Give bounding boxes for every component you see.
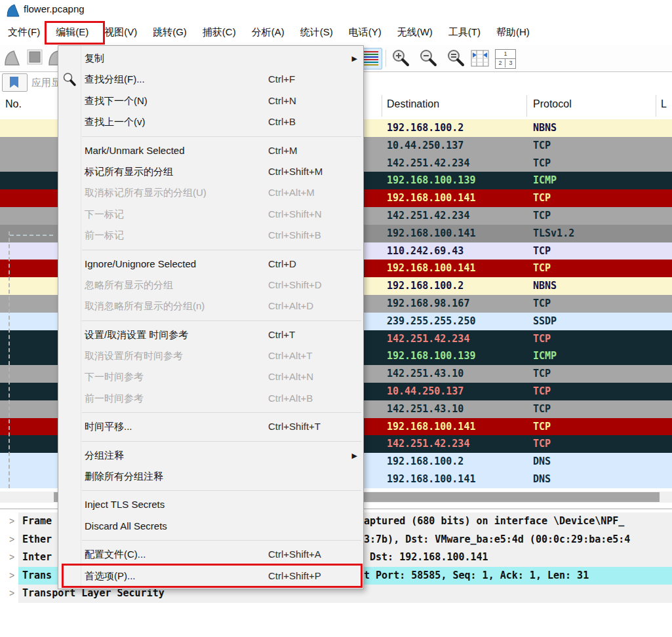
menu-separator: [82, 540, 361, 541]
edit-menu-item[interactable]: 首选项(P)...Ctrl+Shift+P: [58, 566, 363, 587]
zoom-out-icon[interactable]: [418, 48, 438, 68]
menu-bar: 文件(F)编辑(E)视图(V)跳转(G)捕获(C)分析(A)统计(S)电话(Y)…: [0, 20, 672, 45]
menu-item-label: 查找下一个(N): [85, 90, 148, 111]
protocol-cell: TCP: [533, 435, 551, 453]
menubar-item-分析[interactable]: 分析(A): [244, 20, 292, 45]
conversation-line: [9, 231, 10, 488]
expand-chevron-icon[interactable]: >: [9, 549, 14, 567]
filter-bookmark-button[interactable]: [2, 73, 28, 92]
edit-menu-item[interactable]: 前一时间参考Ctrl+Alt+B: [58, 388, 363, 409]
destination-cell: 192.168.100.141: [387, 189, 475, 207]
destination-cell: 192.168.98.167: [387, 295, 469, 313]
menu-item-label: Ignore/Unignore Selected: [85, 254, 196, 275]
menu-item-shortcut: Ctrl+Shift+T: [268, 416, 321, 437]
edit-menu-item[interactable]: 取消设置所有时间参考Ctrl+Alt+T: [58, 345, 363, 366]
protocol-cell: TCP: [533, 418, 551, 436]
protocol-cell: TCP: [533, 260, 551, 277]
edit-menu-item[interactable]: 下一时间参考Ctrl+Alt+N: [58, 366, 363, 387]
menubar-item-工具[interactable]: 工具(T): [441, 20, 488, 45]
find-packet-icon: [62, 72, 77, 87]
edit-menu-item[interactable]: 设置/取消设置 时间参考Ctrl+T: [58, 324, 363, 345]
edit-menu-item[interactable]: Mark/Unmark SelectedCtrl+M: [58, 140, 363, 161]
edit-menu-item[interactable]: 标记所有显示的分组Ctrl+Shift+M: [58, 161, 363, 182]
title-bar: flower.pcapng: [0, 0, 672, 20]
menu-item-shortcut: Ctrl+Shift+A: [268, 544, 321, 565]
menubar-item-跳转[interactable]: 跳转(G): [145, 20, 195, 45]
edit-menu-item[interactable]: 前一标记Ctrl+Shift+B: [58, 225, 363, 246]
edit-menu-item[interactable]: 取消标记所有显示的分组(U)Ctrl+Alt+M: [58, 182, 363, 203]
edit-menu-item[interactable]: 删除所有分组注释: [58, 466, 363, 487]
destination-cell: 142.251.42.234: [387, 207, 469, 225]
edit-menu-item[interactable]: 查找上一个(v)Ctrl+B: [58, 111, 363, 132]
protocol-cell: TLSv1.2: [533, 225, 574, 242]
destination-cell: 142.251.42.234: [387, 330, 469, 348]
expand-chevron-icon[interactable]: >: [9, 585, 14, 603]
menu-item-shortcut: Ctrl+M: [268, 140, 298, 161]
column-header-protocol[interactable]: Protocol: [533, 98, 572, 110]
menu-item-label: 忽略所有显示的分组: [85, 275, 173, 296]
menu-item-label: 复制: [85, 48, 104, 69]
expand-chevron-icon[interactable]: >: [9, 567, 14, 585]
column-divider[interactable]: [526, 95, 527, 117]
edit-menu-item[interactable]: 时间平移...Ctrl+Shift+T: [58, 416, 363, 437]
column-divider[interactable]: [656, 95, 656, 117]
protocol-cell: TCP: [533, 189, 551, 207]
menu-item-label: 前一标记: [85, 225, 124, 246]
start-capture-icon[interactable]: [3, 48, 21, 67]
edit-menu-item[interactable]: Discard All Secrets: [58, 516, 363, 537]
edit-menu-item[interactable]: Inject TLS Secrets: [58, 494, 363, 515]
protocol-cell: TCP: [533, 207, 551, 225]
edit-menu-item[interactable]: 查找下一个(N)Ctrl+N: [58, 90, 363, 111]
display-filter-input[interactable]: 应用显示过滤器: [31, 75, 58, 90]
column-header-length[interactable]: L: [661, 98, 667, 110]
menu-item-label: 下一时间参考: [85, 366, 144, 387]
menu-item-label: 查找分组(F)...: [85, 69, 145, 90]
menu-item-label: 时间平移...: [85, 416, 132, 437]
detail-row-text: aptured (680 bits) on interface \Device\…: [364, 512, 624, 531]
protocol-cell: NBNS: [533, 119, 557, 137]
menubar-item-捕获[interactable]: 捕获(C): [195, 20, 244, 45]
resize-columns-icon[interactable]: [469, 48, 490, 68]
bookmark-icon: [10, 77, 18, 88]
protocol-cell: DNS: [533, 453, 551, 471]
stop-capture-icon[interactable]: [26, 48, 43, 66]
zoom-in-icon[interactable]: [391, 48, 410, 68]
edit-menu-item[interactable]: 下一标记Ctrl+Shift+N: [58, 204, 363, 225]
edit-menu-item[interactable]: 取消忽略所有显示的分组(n)Ctrl+Alt+D: [58, 296, 363, 317]
edit-menu-item[interactable]: 配置文件(C)...Ctrl+Shift+A: [58, 544, 363, 565]
menubar-item-编辑[interactable]: 编辑(E): [48, 20, 96, 45]
menu-item-shortcut: Ctrl+B: [268, 111, 296, 132]
menu-item-label: 取消标记所有显示的分组(U): [85, 182, 207, 203]
menu-item-label: Inject TLS Secrets: [85, 494, 165, 515]
edit-menu-item[interactable]: 分组注释▶: [58, 445, 363, 466]
destination-cell: 142.251.43.10: [387, 400, 464, 418]
edit-menu-item[interactable]: Ignore/Unignore SelectedCtrl+D: [58, 254, 363, 275]
edit-menu-item[interactable]: 复制▶: [58, 48, 363, 69]
zoom-reset-icon[interactable]: [446, 48, 465, 68]
menubar-item-无线[interactable]: 无线(W): [389, 20, 441, 45]
destination-cell: 192.168.100.2: [387, 453, 464, 471]
column-divider[interactable]: [382, 95, 382, 117]
destination-cell: 192.168.100.2: [387, 277, 464, 295]
menubar-item-电话[interactable]: 电话(Y): [341, 20, 389, 45]
protocol-cell: TCP: [533, 400, 551, 418]
expand-chevron-icon[interactable]: >: [9, 512, 14, 531]
menubar-item-统计[interactable]: 统计(S): [292, 20, 341, 45]
protocol-cell: SSDP: [533, 313, 557, 330]
layout-icon[interactable]: 123: [495, 49, 516, 69]
column-header-no[interactable]: No.: [5, 98, 22, 110]
menu-item-label: 取消忽略所有显示的分组(n): [85, 296, 205, 317]
menubar-item-文件[interactable]: 文件(F): [0, 20, 48, 45]
protocol-cell: TCP: [533, 330, 551, 348]
menu-item-label: 查找上一个(v): [85, 111, 146, 132]
destination-cell: 142.251.43.10: [387, 365, 464, 383]
menubar-item-帮助[interactable]: 帮助(H): [488, 20, 538, 45]
detail-row-text: 3:7b), Dst: VMware_ba:e5:4d (00:0c:29:ba…: [364, 531, 630, 549]
menubar-item-视图[interactable]: 视图(V): [96, 20, 145, 45]
edit-menu-item[interactable]: 查找分组(F)...Ctrl+F: [58, 69, 363, 90]
menu-separator: [82, 250, 361, 250]
destination-cell: 192.168.100.139: [387, 172, 475, 189]
expand-chevron-icon[interactable]: >: [9, 531, 14, 549]
edit-menu-item[interactable]: 忽略所有显示的分组Ctrl+Shift+D: [58, 275, 363, 296]
column-header-destination[interactable]: Destination: [387, 98, 439, 110]
